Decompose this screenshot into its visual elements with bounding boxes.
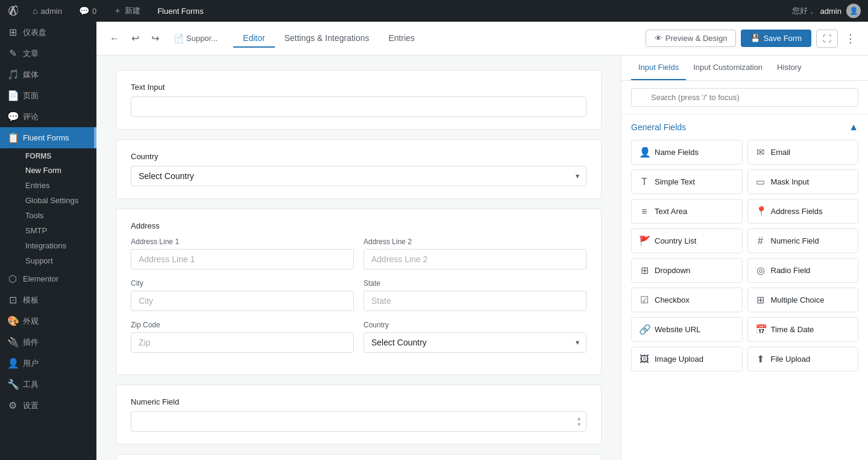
- country-select[interactable]: Select Country: [131, 166, 587, 186]
- country2-col: Country Select Country ▾: [363, 321, 587, 353]
- tab-entries[interactable]: Entries: [379, 30, 425, 48]
- numeric-field[interactable]: [131, 411, 587, 432]
- undo-button[interactable]: ↩: [128, 29, 143, 48]
- text-icon: T: [639, 177, 650, 187]
- zip-field[interactable]: [131, 332, 354, 353]
- field-card-numeric[interactable]: # Numeric Field: [747, 228, 859, 253]
- numeric-label: Numeric Field: [131, 397, 587, 406]
- tab-editor[interactable]: Editor: [233, 30, 275, 48]
- comments-link[interactable]: 💬 0: [75, 6, 100, 16]
- link-icon: 🔗: [639, 324, 650, 335]
- country2-select[interactable]: Select Country: [363, 332, 587, 353]
- search-wrapper: 🔍: [631, 88, 858, 107]
- topbar-right: 您好， admin 👤: [792, 4, 861, 18]
- sidebar-item-pages[interactable]: 📄 页面: [0, 85, 96, 106]
- save-button[interactable]: 💾 Save Form: [741, 30, 811, 47]
- support-button[interactable]: 📄 Suppor...: [168, 30, 224, 47]
- dropdown-section: Dropdown: [116, 454, 602, 460]
- avatar: 👤: [846, 4, 861, 18]
- field-card-multiple-choice[interactable]: ⊞ Multiple Choice: [747, 288, 859, 312]
- sidebar-item-new-form[interactable]: New Form: [18, 163, 96, 178]
- field-card-address[interactable]: 📍 Address Fields: [747, 199, 859, 224]
- sidebar-item-posts[interactable]: ✎ 文章: [0, 43, 96, 64]
- field-card-name[interactable]: 👤 Name Fields: [631, 140, 743, 165]
- sidebar-item-entries[interactable]: Entries: [18, 178, 96, 193]
- text-input-field[interactable]: [131, 96, 587, 117]
- field-card-mask-input[interactable]: ▭ Mask Input: [747, 169, 859, 194]
- field-card-image-upload[interactable]: 🖼 Image Upload: [631, 347, 743, 371]
- sidebar-item-comments[interactable]: 💬 评论: [0, 106, 96, 127]
- textarea-icon: ≡: [639, 206, 650, 217]
- panel-section-header: General Fields ▲: [631, 122, 858, 133]
- panel-content: General Fields ▲ 👤 Name Fields ✉ Email: [621, 115, 868, 460]
- forms-section-label: Forms: [18, 148, 96, 163]
- search-input[interactable]: [631, 88, 858, 107]
- sidebar-item-media[interactable]: 🎵 媒体: [0, 64, 96, 85]
- comment-icon: 💬: [79, 6, 89, 16]
- tab-history[interactable]: History: [770, 55, 808, 80]
- tab-input-fields[interactable]: Input Fields: [631, 55, 686, 80]
- field-card-website[interactable]: 🔗 Website URL: [631, 317, 743, 342]
- tab-input-customization[interactable]: Input Customization: [686, 55, 770, 80]
- tools-icon: 🔧: [7, 379, 18, 390]
- field-card-checkbox[interactable]: ☑ Checkbox: [631, 288, 743, 312]
- field-card-textarea[interactable]: ≡ Text Area: [631, 199, 743, 224]
- sidebar-item-tools-main[interactable]: 🔧 工具: [0, 374, 96, 395]
- field-card-file-upload[interactable]: ⬆ File Upload: [747, 347, 859, 371]
- address-section: Address Address Line 1 Address Line 2: [116, 209, 602, 375]
- save-icon: 💾: [750, 34, 760, 43]
- multi-icon: ⊞: [755, 294, 766, 306]
- sidebar-item-templates[interactable]: ⊡ 模板: [0, 289, 96, 310]
- admin-link[interactable]: ⌂ admin: [29, 6, 66, 16]
- address-line1-label: Address Line 1: [131, 238, 354, 246]
- city-field[interactable]: [131, 291, 354, 311]
- sidebar-item-global-settings[interactable]: Global Settings: [18, 193, 96, 208]
- sidebar-item-dashboard[interactable]: ⊞ 仪表盘: [0, 22, 96, 43]
- settings-icon: ⚙: [7, 400, 18, 411]
- checkbox-icon: ☑: [639, 294, 650, 306]
- sidebar: ⊞ 仪表盘 ✎ 文章 🎵 媒体 📄 页面 💬 评论 📋 Fluent Forms…: [0, 22, 96, 460]
- redo-button[interactable]: ↪: [148, 29, 163, 48]
- address-line2-field[interactable]: [363, 249, 587, 269]
- sidebar-item-settings[interactable]: ⚙ 设置: [0, 395, 96, 416]
- spinner-up[interactable]: ▲: [576, 416, 582, 421]
- address-line1-field[interactable]: [131, 249, 354, 269]
- sidebar-item-tools[interactable]: Tools: [18, 208, 96, 223]
- panel-tabs: Input Fields Input Customization History: [621, 55, 868, 81]
- sidebar-item-appearance[interactable]: 🎨 外观: [0, 310, 96, 332]
- comments-icon: 💬: [7, 111, 18, 122]
- state-field[interactable]: [363, 291, 587, 311]
- dropdown-icon: ⊞: [639, 265, 650, 276]
- sidebar-item-integrations[interactable]: Integrations: [18, 238, 96, 253]
- country2-select-wrapper: Select Country ▾: [363, 332, 587, 353]
- sidebar-item-users[interactable]: 👤 用户: [0, 353, 96, 374]
- field-card-email[interactable]: ✉ Email: [747, 140, 859, 165]
- preview-button[interactable]: 👁 Preview & Design: [646, 30, 737, 47]
- sidebar-item-elementor[interactable]: ⬡ Elementor: [0, 268, 96, 289]
- back-button[interactable]: ←: [106, 30, 123, 48]
- person-icon: 👤: [639, 147, 650, 158]
- spinner-buttons: ▲ ▼: [576, 416, 582, 427]
- country-select-wrapper: Select Country ▾: [131, 166, 587, 186]
- field-card-dropdown[interactable]: ⊞ Dropdown: [631, 258, 743, 283]
- field-card-radio[interactable]: ◎ Radio Field: [747, 258, 859, 283]
- field-card-time-date[interactable]: 📅 Time & Date: [747, 317, 859, 342]
- new-content-link[interactable]: ＋ 新建: [110, 5, 144, 16]
- zip-label: Zip Code: [131, 321, 354, 329]
- fullscreen-button[interactable]: ⛶: [816, 30, 838, 48]
- templates-icon: ⊡: [7, 294, 18, 306]
- field-card-simple-text[interactable]: T Simple Text: [631, 169, 743, 194]
- sidebar-item-fluentforms[interactable]: 📋 Fluent Forms: [0, 127, 96, 148]
- spinner-down[interactable]: ▼: [576, 422, 582, 427]
- state-col: State: [363, 279, 587, 311]
- wp-logo[interactable]: [7, 5, 19, 17]
- country2-label: Country: [363, 321, 587, 329]
- right-panel: Input Fields Input Customization History…: [621, 55, 868, 460]
- sidebar-item-support[interactable]: Support: [18, 253, 96, 268]
- section-toggle-button[interactable]: ▲: [849, 122, 858, 133]
- more-button[interactable]: ⋮: [843, 30, 858, 48]
- sidebar-item-plugins[interactable]: 🔌 插件: [0, 332, 96, 353]
- tab-settings[interactable]: Settings & Integrations: [275, 30, 379, 48]
- sidebar-item-smtp[interactable]: SMTP: [18, 223, 96, 238]
- field-card-country-list[interactable]: 🚩 Country List: [631, 228, 743, 253]
